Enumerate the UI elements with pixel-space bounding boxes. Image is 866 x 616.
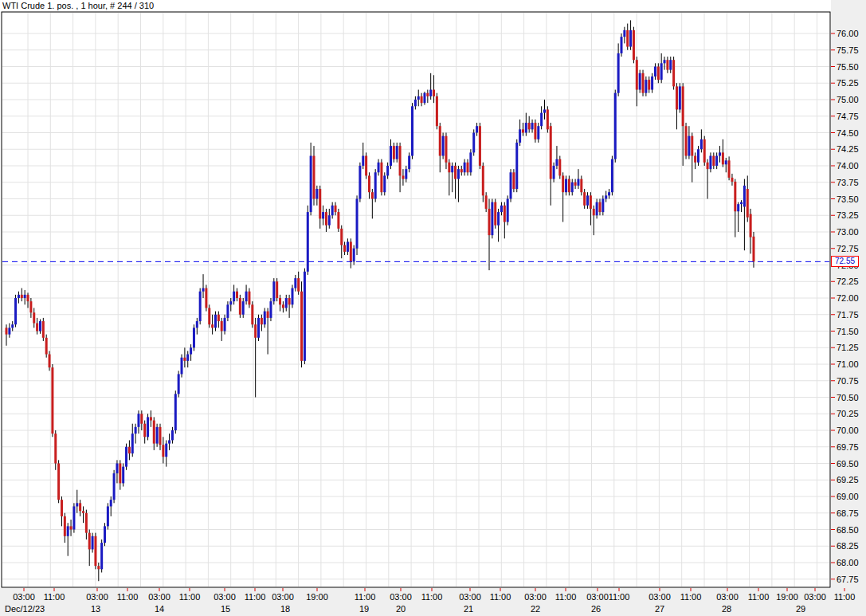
y-axis-label: 74.50	[837, 128, 859, 138]
y-axis-label: 69.50	[837, 459, 859, 469]
y-axis-label: 73.50	[837, 194, 859, 204]
x-axis-date-label: 28	[722, 604, 731, 614]
y-axis-label: 72.25	[837, 277, 859, 286]
x-axis-time-label: 03:00	[586, 592, 609, 602]
candlestick-chart[interactable]: 76.0075.7575.5075.2575.0074.7574.5074.25…	[0, 0, 866, 616]
x-axis-time-label: 03:00	[13, 592, 35, 602]
y-axis-label: 74.25	[837, 144, 859, 154]
x-axis-time-label: 11:00	[117, 592, 139, 602]
x-axis-time-label: 11:00	[680, 592, 702, 602]
x-axis-time-label: 19:00	[306, 592, 328, 602]
x-axis-time-label: 11:00	[490, 592, 511, 602]
chart-window: WTI Crude 1. pos. , 1 hour, # 244 / 310 …	[0, 0, 866, 616]
x-axis-date-label: 20	[396, 604, 406, 614]
y-axis-label: 74.75	[837, 112, 859, 121]
y-axis-label: 69.25	[837, 475, 859, 485]
x-axis-time-label: 11:00	[245, 592, 266, 602]
y-axis-label: 75.25	[837, 78, 859, 88]
x-axis-time-label: 19:00	[776, 592, 798, 602]
y-axis-label: 70.50	[837, 393, 859, 402]
x-axis-time-label: 03:00	[716, 592, 739, 602]
x-axis-time-label: 11:00	[609, 592, 630, 602]
plot-area[interactable]	[2, 12, 830, 587]
x-axis-time-label: 03:00	[148, 592, 170, 602]
y-axis-label: 72.75	[837, 244, 859, 253]
x-axis-date-label: 29	[796, 604, 805, 614]
x-axis-time-label: 03:00	[272, 592, 294, 602]
y-axis-label: 75.50	[837, 62, 859, 72]
x-axis-time-label: 11:00	[748, 592, 770, 602]
x-axis-date-label: Dec/12/23	[5, 604, 45, 614]
x-axis-date-label: 14	[155, 604, 164, 614]
x-axis-date-label: 15	[221, 604, 230, 614]
y-axis-label: 71.00	[837, 359, 859, 369]
x-axis-time-label: 03:00	[86, 592, 108, 602]
x-axis-time-label: 03:00	[459, 592, 481, 602]
x-axis-time-label: 03:00	[390, 592, 412, 602]
y-axis-label: 70.25	[837, 409, 859, 418]
y-axis-label: 73.00	[837, 227, 859, 237]
x-axis-date-label: 27	[655, 604, 664, 614]
y-axis-label: 70.75	[837, 376, 859, 386]
x-axis-time-label: 11:00	[355, 592, 376, 602]
x-axis-time-label: 11:00	[834, 592, 856, 602]
y-axis-label: 73.75	[837, 178, 859, 187]
x-axis-time-label: 11:00	[421, 592, 443, 602]
y-axis-label: 75.00	[837, 95, 859, 104]
last-price-tag: 72.55	[831, 256, 859, 267]
y-axis-label: 71.25	[837, 343, 859, 352]
y-axis-label: 74.00	[837, 161, 859, 171]
x-axis-time-label: 11:00	[555, 592, 577, 602]
y-axis-label: 71.75	[837, 310, 859, 320]
x-axis-date-label: 18	[280, 604, 290, 614]
y-axis-panel	[831, 0, 866, 616]
y-axis-label: 75.75	[837, 45, 859, 55]
x-axis-date-label: 21	[464, 604, 473, 614]
y-axis-label: 70.00	[837, 426, 859, 435]
y-axis-label: 72.00	[837, 293, 859, 303]
x-axis-time-label: 03:00	[524, 592, 547, 602]
y-axis-label: 68.25	[837, 541, 859, 551]
x-axis-date-label: 13	[91, 604, 100, 614]
y-axis-label: 73.25	[837, 210, 859, 220]
x-axis-date-label: 22	[531, 604, 540, 614]
x-axis-time-label: 03:00	[804, 592, 826, 602]
y-axis-label: 67.75	[837, 575, 859, 584]
x-axis-date-label: 26	[591, 604, 601, 614]
y-axis-label: 68.50	[837, 525, 859, 535]
y-axis-label: 68.75	[837, 508, 859, 518]
y-axis-label: 68.00	[837, 558, 859, 567]
x-axis-time-label: 03:00	[649, 592, 671, 602]
y-axis-label: 69.75	[837, 442, 859, 452]
x-axis-time-label: 11:00	[179, 592, 201, 602]
y-axis-label: 71.50	[837, 327, 859, 336]
x-axis-time-label: 11:00	[44, 592, 65, 602]
y-axis-label: 69.00	[837, 492, 859, 501]
x-axis-time-label: 03:00	[214, 592, 236, 602]
x-axis-date-label: 19	[359, 604, 369, 614]
y-axis-label: 76.00	[837, 29, 859, 38]
